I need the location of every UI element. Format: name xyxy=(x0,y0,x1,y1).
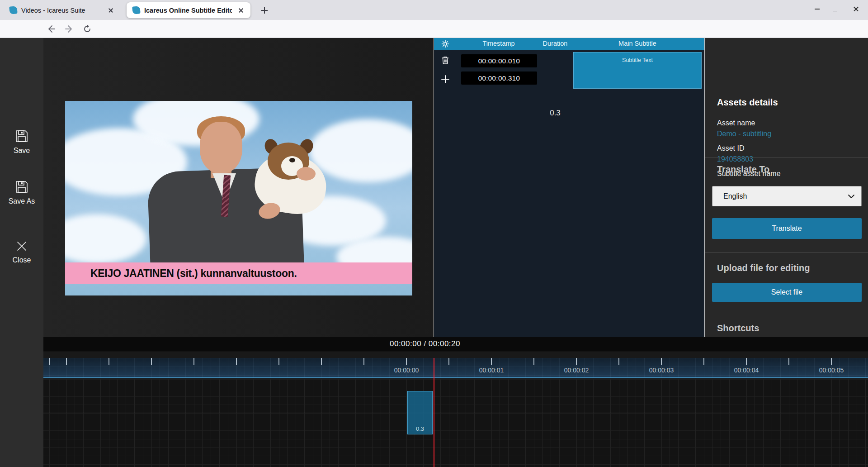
tab-title: Icareus Online Subtitle Editor xyxy=(144,7,232,14)
icareus-favicon-icon xyxy=(9,6,18,14)
save-label: Save xyxy=(14,147,30,154)
select-file-button[interactable]: Select file xyxy=(712,283,862,302)
man-face xyxy=(200,122,242,173)
tab-close-icon[interactable] xyxy=(236,5,246,15)
ruler-label: 00:00:02 xyxy=(564,367,589,374)
timeline-ruler[interactable]: 00:00:00 00:00:01 00:00:02 00:00:03 00:0… xyxy=(43,358,868,378)
subtitle-clip-block[interactable]: 0.3 xyxy=(407,391,433,434)
add-row-plus-icon[interactable] xyxy=(440,74,450,84)
ruler-label: 00:00:03 xyxy=(649,367,674,374)
new-tab-button[interactable] xyxy=(259,5,270,16)
settings-gear-icon[interactable] xyxy=(441,40,449,48)
column-header-timestamp: Timestamp xyxy=(482,40,514,47)
window-close-button[interactable] xyxy=(845,0,866,18)
upload-title: Upload file for editing xyxy=(717,263,810,273)
browser-tab-bar: Videos - Icareus Suite Icareus Online Su… xyxy=(0,0,868,20)
time-display-bar: 00:00:00 / 00:00:20 xyxy=(43,337,868,352)
editor-sidebar: Save Save As Close xyxy=(0,38,43,467)
video-frame: KEIJO JAATINEN (sit.) kunnanvaltuustoon. xyxy=(65,101,412,295)
ruler-label: 00:00:01 xyxy=(479,367,504,374)
application-window: Videos - Icareus Suite Icareus Online Su… xyxy=(0,0,868,467)
ruler-ticks xyxy=(43,358,868,365)
save-button[interactable]: Save xyxy=(0,129,43,155)
close-label: Close xyxy=(13,256,31,264)
chevron-down-icon xyxy=(848,194,855,199)
ruler-label: 00:00:05 xyxy=(819,367,844,374)
tab-subtitle-editor[interactable]: Icareus Online Subtitle Editor xyxy=(127,2,250,18)
current-time-display: 00:00:00 / 00:00:20 xyxy=(390,339,460,348)
burned-in-caption: KEIJO JAATINEN (sit.) kunnanvaltuustoon. xyxy=(65,262,412,284)
subtitle-table: Timestamp Duration Main Subtitle 0.3 Sub… xyxy=(434,38,704,337)
forward-icon[interactable] xyxy=(62,23,76,35)
back-icon[interactable] xyxy=(44,23,58,35)
close-x-icon xyxy=(15,239,28,253)
timeline: 00:00:00 / 00:00:20 00:00:00 00:00:01 00… xyxy=(43,337,868,467)
close-button[interactable]: Close xyxy=(0,239,43,264)
save-as-label: Save As xyxy=(9,197,35,205)
playhead[interactable] xyxy=(434,358,434,467)
timeline-spacer xyxy=(43,352,868,358)
ruler-label: 00:00:00 xyxy=(394,367,419,374)
start-time-input[interactable] xyxy=(461,54,537,67)
subtitle-table-header: Timestamp Duration Main Subtitle xyxy=(434,38,704,50)
floppy-disk-icon xyxy=(14,129,29,143)
column-header-main-subtitle: Main Subtitle xyxy=(618,40,656,47)
floppy-disk-icon xyxy=(14,180,29,194)
icareus-favicon-icon xyxy=(132,6,141,14)
video-preview-area: KEIJO JAATINEN (sit.) kunnanvaltuustoon. xyxy=(43,38,434,337)
tab-close-icon[interactable] xyxy=(106,5,116,15)
translate-upload-panel: Translate To English Translate Upload fi… xyxy=(705,38,868,337)
reload-icon[interactable] xyxy=(80,23,94,35)
delete-row-trash-icon[interactable] xyxy=(440,55,450,65)
column-header-duration: Duration xyxy=(543,40,568,47)
end-time-input[interactable] xyxy=(461,71,537,85)
subtitle-track-line xyxy=(43,413,868,413)
language-select[interactable]: English xyxy=(712,186,862,206)
duration-value: 0.3 xyxy=(550,109,561,118)
ruler-label: 00:00:04 xyxy=(734,367,759,374)
shortcuts-title: Shortcuts xyxy=(717,323,759,334)
save-as-button[interactable]: Save As xyxy=(0,180,43,205)
browser-toolbar: https://subtitles.icareus.com/?assetId=1… xyxy=(0,20,868,38)
section-divider xyxy=(705,252,868,253)
window-maximize-button[interactable] xyxy=(825,0,845,18)
section-divider xyxy=(705,157,868,157)
section-divider xyxy=(705,307,868,307)
language-selected-value: English xyxy=(723,192,848,200)
tab-title: Videos - Icareus Suite xyxy=(21,7,102,14)
subtitle-text-cell[interactable]: Subtitle Text xyxy=(573,52,702,89)
translate-button[interactable]: Translate xyxy=(712,218,862,239)
tab-videos-icareus-suite[interactable]: Videos - Icareus Suite xyxy=(4,2,120,18)
translate-to-title: Translate To xyxy=(717,164,769,175)
timeline-track-area xyxy=(43,379,868,467)
clip-duration-label: 0.3 xyxy=(408,425,432,432)
